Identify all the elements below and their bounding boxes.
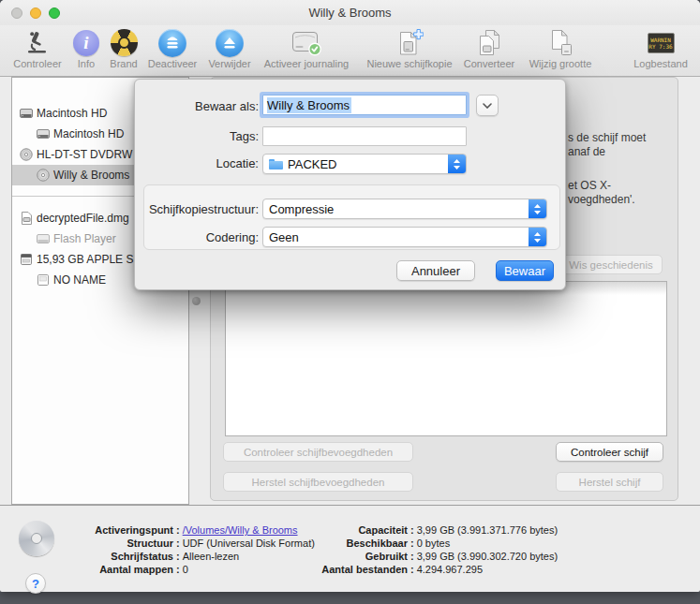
cancel-button[interactable]: Annuleer xyxy=(396,260,475,281)
splitter-handle[interactable] xyxy=(192,297,201,305)
toolbar-new-image-button[interactable]: Nieuwe schijfkopie xyxy=(358,27,461,74)
new-image-icon xyxy=(395,28,424,57)
repair-disk-button[interactable]: Herstel schijf xyxy=(556,472,663,492)
info-capacity: Capaciteit : 3,99 GB (3.991.371.776 byte… xyxy=(303,524,558,536)
save-as-label: Bewaar als: xyxy=(135,99,259,113)
history-log-area xyxy=(225,281,667,436)
selected-filename-text: Willy & Brooms xyxy=(267,97,351,113)
internal-drive-icon xyxy=(20,107,33,120)
toolbar-label: Activeer journaling xyxy=(261,58,351,69)
image-format-label: Schijfkopiestructuur: xyxy=(135,202,259,216)
log-icon: WARNIN RY 7:36 xyxy=(648,33,675,53)
toolbar-resize-button[interactable]: Wijzig grootte xyxy=(521,27,600,74)
toolbar-label: Deactiveer xyxy=(144,58,201,69)
save-button[interactable]: Bewaar xyxy=(496,260,554,281)
mount-point-link[interactable]: /Volumes/Willy & Brooms xyxy=(183,524,298,536)
toolbar-unmount-button[interactable]: Deactiveer xyxy=(144,27,201,74)
image-format-popup[interactable]: Compressie xyxy=(262,199,547,219)
titlebar: Willy & Brooms xyxy=(0,0,700,25)
screen: Willy & Brooms Controleer i Info xyxy=(0,0,700,604)
popup-stepper-icon xyxy=(529,228,546,246)
clipped-description-text: voegdheden'. xyxy=(568,193,635,206)
toolbar-convert-button[interactable]: Converteer xyxy=(460,27,518,74)
toolbar-label: Logbestand xyxy=(630,58,692,69)
info-used: Gebruikt : 3,99 GB (3.990.302.720 bytes) xyxy=(303,551,558,562)
microscope-icon xyxy=(25,31,50,55)
info-icon: i xyxy=(73,30,99,56)
info-mount-point: Activeringspunt : /Volumes/Willy & Broom… xyxy=(54,524,298,536)
toolbar-label: Controleer xyxy=(7,58,67,69)
white-volume-icon xyxy=(37,273,50,287)
toolbar-label: Nieuwe schijfkopie xyxy=(358,58,461,69)
clipped-description-text: anaf de xyxy=(568,145,605,158)
convert-icon xyxy=(475,28,503,57)
toolbar-label: Info xyxy=(69,58,103,69)
toolbar-info-button[interactable]: i Info xyxy=(69,27,103,74)
tags-input[interactable] xyxy=(262,126,467,146)
folder-icon xyxy=(269,159,283,169)
info-write-status: Schrijfstatus : Alleen-lezen xyxy=(54,551,239,562)
info-folder-count: Aantal mappen : 0 xyxy=(54,564,188,575)
eject-icon xyxy=(216,29,244,57)
info-format: Structuur : UDF (Universal Disk Format) xyxy=(54,538,315,549)
bottom-divider xyxy=(0,505,700,506)
location-label: Locatie: xyxy=(135,156,259,170)
verify-permissions-button[interactable]: Controleer schijfbevoegdheden xyxy=(223,442,413,462)
volume-icon xyxy=(37,127,50,140)
card-drive-icon xyxy=(20,253,33,266)
info-available: Beschikbaar : 0 bytes xyxy=(303,538,450,549)
toolbar-label: Verwijder xyxy=(201,58,258,69)
encryption-popup[interactable]: Geen xyxy=(262,227,547,247)
toolbar-eject-button[interactable]: Verwijder xyxy=(201,27,258,74)
journaling-icon xyxy=(291,29,322,56)
location-popup[interactable]: PACKED xyxy=(262,154,467,174)
optical-disc-icon xyxy=(37,169,50,182)
save-as-input[interactable]: Willy & Brooms xyxy=(262,95,467,115)
encryption-label: Codering: xyxy=(135,230,259,244)
burn-icon xyxy=(111,29,138,56)
dvd-disc-icon xyxy=(19,521,54,556)
toolbar-label: Converteer xyxy=(460,58,518,69)
chevron-down-icon xyxy=(483,103,492,109)
popup-stepper-icon xyxy=(529,199,546,218)
toolbar-journaling-button[interactable]: Activeer journaling xyxy=(261,27,351,74)
info-file-count: Aantal bestanden : 4.294.967.295 xyxy=(303,564,483,575)
clipped-description-text: s de schijf moet xyxy=(568,131,646,144)
toolbar-log-button[interactable]: WARNIN RY 7:36 Logbestand xyxy=(630,27,692,74)
disk-image-volume-icon xyxy=(37,232,50,245)
disk-image-file-icon xyxy=(20,212,33,225)
verify-disk-button[interactable]: Controleer schijf xyxy=(556,442,663,462)
toolbar-label: Brand xyxy=(103,58,144,69)
expand-sheet-button[interactable] xyxy=(476,95,499,116)
repair-permissions-button[interactable]: Herstel schijfbevoegdheden xyxy=(223,472,413,492)
toolbar: Controleer i Info Brand Deactiveer xyxy=(0,25,700,77)
toolbar-label: Wijzig grootte xyxy=(521,58,600,69)
window-title: Willy & Brooms xyxy=(0,6,700,20)
toolbar-burn-button[interactable]: Brand xyxy=(103,27,144,74)
tags-label: Tags: xyxy=(135,129,259,143)
clear-history-button[interactable]: Wis geschiedenis xyxy=(559,255,663,274)
save-dialog-sheet: Bewaar als: Willy & Brooms Tags: Locatie… xyxy=(134,79,566,290)
toolbar-verify-button[interactable]: Controleer xyxy=(7,27,67,74)
help-button[interactable]: ? xyxy=(25,573,46,594)
clipped-description-text: et OS X- xyxy=(568,179,611,192)
unmount-icon xyxy=(158,29,186,57)
optical-drive-icon xyxy=(20,148,33,161)
disk-utility-window: Willy & Brooms Controleer i Info xyxy=(0,0,700,592)
popup-stepper-icon xyxy=(448,155,466,173)
resize-icon xyxy=(546,28,574,57)
